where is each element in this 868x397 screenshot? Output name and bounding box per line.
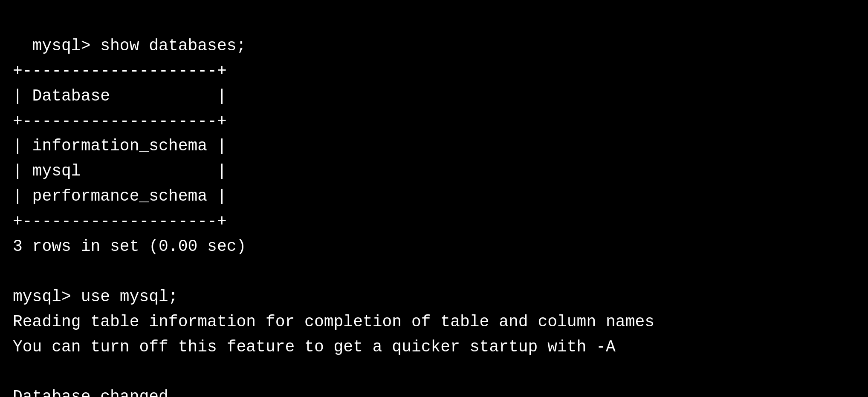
- terminal-window[interactable]: mysql> show databases; +----------------…: [0, 0, 868, 397]
- terminal-output: mysql> show databases; +----------------…: [13, 37, 654, 397]
